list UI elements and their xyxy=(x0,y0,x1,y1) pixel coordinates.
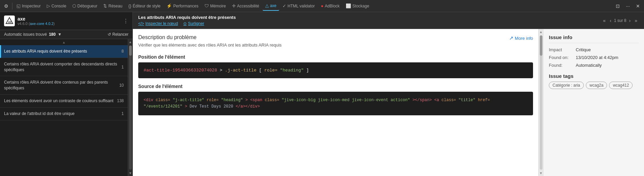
tab-accessibilite[interactable]: ✛ Accessibilité xyxy=(229,1,262,11)
filter-count: 180 xyxy=(49,32,55,37)
impact-row: Impact Critique xyxy=(549,47,639,52)
tag-2[interactable]: wcag412 xyxy=(609,82,633,89)
content-main[interactable]: ↗ More info Description du problème Véri… xyxy=(133,29,538,176)
inspect-node-link[interactable]: </> Inspecter le nœud xyxy=(138,21,178,26)
issue-scrollbar: ▲ ▼ xyxy=(128,39,132,176)
src-a-href-value: "/events/124201" xyxy=(144,104,182,109)
issue-count-2: 10 xyxy=(119,83,124,88)
src-a-text: Dev Test Days 2020 xyxy=(190,104,233,109)
tab-reseau-label: Réseau xyxy=(108,4,122,8)
tab-adblock-label: AdBlock xyxy=(325,4,340,8)
tab-reseau[interactable]: ⇅ Réseau xyxy=(101,1,125,11)
more-tools-btn[interactable]: ··· xyxy=(623,1,633,11)
relancer-btn[interactable]: ↺ Relancer xyxy=(108,32,128,37)
scroll-thumb xyxy=(129,46,132,56)
description-title: Description du problème xyxy=(138,34,533,40)
issue-header-left: Les attributs ARIA requis doivent être p… xyxy=(138,12,602,29)
src-div-bracket: > xyxy=(245,98,248,102)
devtools-icon-btn[interactable]: ⚙ xyxy=(1,1,11,11)
adblock-icon: ● xyxy=(321,3,324,8)
found-row: Found: Automatically xyxy=(549,63,639,68)
position-title: Position de l'élément xyxy=(138,54,533,60)
tab-axe-label: axe xyxy=(270,3,276,8)
right-content: Les attributs ARIA requis doivent être p… xyxy=(133,12,644,176)
selector-attr-name: role= xyxy=(264,68,277,73)
issue-item-4[interactable]: La valeur de l'attribut id doit être uni… xyxy=(0,108,128,120)
src-div-open: <div xyxy=(144,98,156,102)
performances-icon: ⚡ xyxy=(166,3,172,8)
src-class-attr: class= xyxy=(156,98,170,102)
nav-prev-btn[interactable]: ‹ xyxy=(608,17,613,24)
tab-html-validator[interactable]: ✓ HTML validator xyxy=(280,1,317,11)
editeur-icon: {} xyxy=(128,3,131,8)
tab-performances[interactable]: ⚡ Performances xyxy=(164,1,201,11)
src-span-open: <span xyxy=(250,98,265,102)
issue-item-text-1: Certains rôles ARIA doivent comporter de… xyxy=(4,61,119,73)
issue-item-text-0: Les attributs ARIA requis doivent être p… xyxy=(4,49,119,54)
left-panel: ax axe v4.6.0 (axe-core 4.0.2) ⋮ Automat… xyxy=(0,12,133,176)
tab-stockage[interactable]: ⬜ Stockage xyxy=(343,1,372,11)
tab-debogueur-label: Débogueur xyxy=(77,4,97,8)
scroll-up-arrow[interactable]: ▲ xyxy=(129,39,132,45)
src-span-close: ></span> xyxy=(412,98,432,102)
right-scroll-up[interactable]: ▲ xyxy=(539,29,543,35)
issue-item-3[interactable]: Les éléments doivent avoir un contraste … xyxy=(0,95,128,108)
nav-position: 1 sur 8 xyxy=(614,18,627,23)
scroll-track[interactable] xyxy=(129,46,132,170)
tab-inspecteur[interactable]: ◱ Inspecteur xyxy=(14,1,43,11)
nav-next-btn[interactable]: › xyxy=(628,17,632,24)
found-label: Found: xyxy=(549,63,576,68)
axe-svg: ax xyxy=(5,17,13,25)
tab-memoire[interactable]: 🛡 Mémoire xyxy=(202,1,229,11)
tag-0[interactable]: Catégorie : aria xyxy=(549,82,584,89)
more-info-btn[interactable]: ↗ More info xyxy=(509,35,533,41)
resize-btn[interactable]: ⊡ xyxy=(613,1,622,11)
axe-title-block: axe v4.6.0 (axe-core 4.0.2) xyxy=(17,16,55,26)
position-code-block: #act-title-19540366332074028 > .j-act-ti… xyxy=(138,62,533,78)
issue-filter-dropdown[interactable]: Automatic issues trouvé 180 ▼ xyxy=(4,32,62,37)
tab-debogueur[interactable]: ⬡ Débogueur xyxy=(70,1,100,11)
tab-axe[interactable]: △ axe xyxy=(263,1,279,11)
issue-list-container: ▲ Les attributs ARIA requis doivent être… xyxy=(0,39,132,176)
axe-menu-btn[interactable]: ⋮ xyxy=(123,18,128,24)
tab-inspecteur-label: Inspecteur xyxy=(22,4,41,8)
tab-console[interactable]: ▷ Console xyxy=(44,1,69,11)
tab-adblock[interactable]: ● AdBlock xyxy=(318,1,342,11)
right-content-scrollbar: ▲ ▼ xyxy=(538,29,543,176)
selector-attr-value: "heading" xyxy=(280,68,304,73)
src-span-class-attr: class= xyxy=(265,98,279,102)
issue-item-1[interactable]: Certains rôles ARIA doivent comporter de… xyxy=(0,58,128,77)
scroll-up-indicator[interactable]: ▲ xyxy=(0,39,128,45)
issue-item-text-3: Les éléments doivent avoir un contraste … xyxy=(4,98,114,104)
right-scroll-track[interactable] xyxy=(540,35,542,170)
issue-item-2[interactable]: Certains rôles ARIA doivent être contenu… xyxy=(0,76,128,95)
close-devtools-btn[interactable]: ✕ xyxy=(633,1,643,11)
relancer-icon: ↺ xyxy=(108,32,111,37)
right-scroll-thumb xyxy=(540,35,542,56)
tags-container: Catégorie : aria wcag2a wcag412 xyxy=(549,82,639,89)
axe-core-link[interactable]: axe-core 4.0.2 xyxy=(30,22,53,26)
top-toolbar: ⚙ ◱ Inspecteur ▷ Console ⬡ Débogueur ⇅ R… xyxy=(0,0,644,12)
issue-list-scroll[interactable]: ▲ Les attributs ARIA requis doivent être… xyxy=(0,39,128,176)
dropdown-arrow-icon: ▼ xyxy=(58,32,62,37)
issue-links: </> Inspecter le nœud ⊙ Surligner xyxy=(138,21,602,26)
scroll-down-arrow[interactable]: ▼ xyxy=(129,170,132,176)
tab-performances-label: Performances xyxy=(173,4,198,8)
nav-first-btn[interactable]: « xyxy=(602,17,607,24)
tab-memoire-label: Mémoire xyxy=(210,4,226,8)
found-on-value: 13/10/2020 at 4:42pm xyxy=(576,55,618,60)
axe-app-name: axe xyxy=(17,16,55,22)
tag-1[interactable]: wcag2a xyxy=(586,82,607,89)
highlight-link[interactable]: ⊙ Surligner xyxy=(183,21,204,26)
src-a-close: </a></div> xyxy=(236,104,260,109)
tab-editeur-style[interactable]: {} Éditeur de style xyxy=(126,1,163,11)
description-section: ↗ More info Description du problème Véri… xyxy=(138,34,533,53)
issue-item-0[interactable]: Les attributs ARIA requis doivent être p… xyxy=(0,45,128,58)
right-scroll-down[interactable]: ▼ xyxy=(539,170,543,176)
selector-class: .j-act-title xyxy=(225,68,257,73)
nav-last-btn[interactable]: » xyxy=(633,17,639,24)
impact-label: Impact xyxy=(549,47,576,52)
issue-header-row: Les attributs ARIA requis doivent être p… xyxy=(133,12,644,29)
axe-logo-icon: ax xyxy=(4,16,15,26)
separator-1 xyxy=(12,3,12,9)
